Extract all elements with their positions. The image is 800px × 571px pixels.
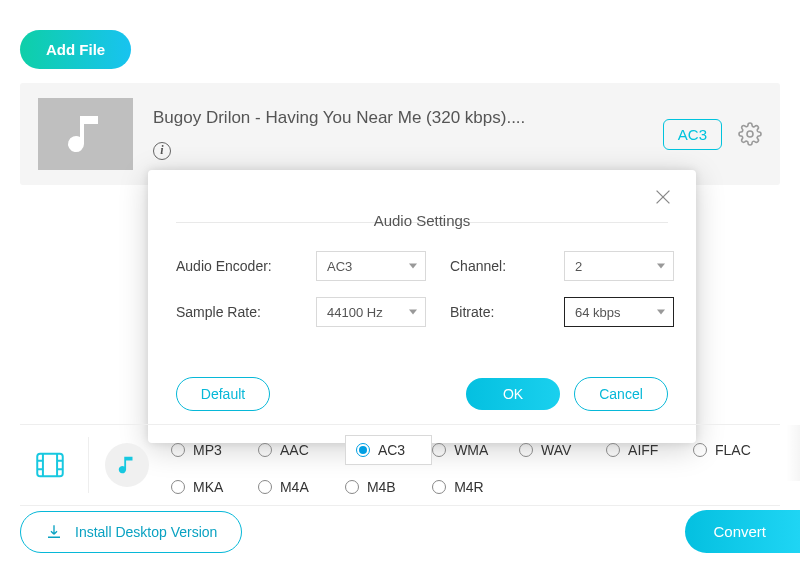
radio-icon bbox=[356, 443, 370, 457]
format-radio-m4r[interactable]: M4R bbox=[432, 479, 519, 495]
radio-icon bbox=[171, 443, 185, 457]
format-radio-aac[interactable]: AAC bbox=[258, 435, 345, 465]
format-label: AIFF bbox=[628, 442, 658, 458]
music-note-icon bbox=[116, 454, 138, 476]
sample-rate-select[interactable]: 44100 Hz bbox=[316, 297, 426, 327]
radio-icon bbox=[432, 443, 446, 457]
svg-rect-1 bbox=[37, 454, 63, 477]
chevron-down-icon bbox=[409, 310, 417, 315]
format-label: WAV bbox=[541, 442, 571, 458]
chevron-down-icon bbox=[409, 264, 417, 269]
format-radio-m4a[interactable]: M4A bbox=[258, 479, 345, 495]
format-radio-m4b[interactable]: M4B bbox=[345, 479, 432, 495]
audio-settings-modal: Audio Settings Audio Encoder: AC3 Channe… bbox=[148, 170, 696, 443]
ok-button[interactable]: OK bbox=[466, 378, 560, 410]
audio-mode-tab[interactable] bbox=[97, 443, 157, 487]
close-icon[interactable] bbox=[652, 186, 674, 212]
format-radio-wma[interactable]: WMA bbox=[432, 435, 519, 465]
install-desktop-button[interactable]: Install Desktop Version bbox=[20, 511, 242, 553]
radio-icon bbox=[606, 443, 620, 457]
add-file-button[interactable]: Add File bbox=[20, 30, 131, 69]
format-label: MP3 bbox=[193, 442, 222, 458]
cancel-button[interactable]: Cancel bbox=[574, 377, 668, 411]
format-label: M4R bbox=[454, 479, 484, 495]
radio-icon bbox=[519, 443, 533, 457]
format-label: WMA bbox=[454, 442, 488, 458]
chevron-down-icon bbox=[657, 264, 665, 269]
format-label: AC3 bbox=[378, 442, 405, 458]
file-thumbnail bbox=[38, 98, 133, 170]
radio-icon bbox=[432, 480, 446, 494]
format-radio-mp3[interactable]: MP3 bbox=[171, 435, 258, 465]
divider bbox=[88, 437, 89, 493]
format-radio-ac3[interactable]: AC3 bbox=[345, 435, 432, 465]
modal-title: Audio Settings bbox=[176, 212, 668, 229]
radio-icon bbox=[171, 480, 185, 494]
format-label: M4B bbox=[367, 479, 396, 495]
format-radio-wav[interactable]: WAV bbox=[519, 435, 606, 465]
format-label: FLAC bbox=[715, 442, 751, 458]
music-note-icon bbox=[62, 110, 110, 158]
download-icon bbox=[45, 523, 63, 541]
channel-select[interactable]: 2 bbox=[564, 251, 674, 281]
chevron-down-icon bbox=[657, 310, 665, 315]
channel-label: Channel: bbox=[450, 258, 540, 274]
convert-button[interactable]: Convert bbox=[685, 510, 800, 553]
file-title: Bugoy Drilon - Having You Near Me (320 k… bbox=[153, 108, 643, 128]
scroll-shadow bbox=[786, 425, 800, 481]
radio-icon bbox=[693, 443, 707, 457]
gear-icon[interactable] bbox=[738, 122, 762, 146]
encoder-label: Audio Encoder: bbox=[176, 258, 292, 274]
format-radio-aiff[interactable]: AIFF bbox=[606, 435, 693, 465]
video-mode-tab[interactable] bbox=[20, 448, 80, 482]
radio-icon bbox=[258, 480, 272, 494]
format-label: MKA bbox=[193, 479, 223, 495]
format-label: AAC bbox=[280, 442, 309, 458]
radio-icon bbox=[345, 480, 359, 494]
info-icon[interactable]: i bbox=[153, 142, 171, 160]
bitrate-label: Bitrate: bbox=[450, 304, 540, 320]
output-formats: MP3AACAC3WMAWAVAIFFFLACMKAM4AM4BM4R bbox=[20, 424, 780, 506]
format-badge[interactable]: AC3 bbox=[663, 119, 722, 150]
format-radio-flac[interactable]: FLAC bbox=[693, 435, 780, 465]
svg-point-0 bbox=[747, 131, 753, 137]
bitrate-select[interactable]: 64 kbps bbox=[564, 297, 674, 327]
format-label: M4A bbox=[280, 479, 309, 495]
encoder-select[interactable]: AC3 bbox=[316, 251, 426, 281]
default-button[interactable]: Default bbox=[176, 377, 270, 411]
sample-rate-label: Sample Rate: bbox=[176, 304, 292, 320]
radio-icon bbox=[258, 443, 272, 457]
film-icon bbox=[33, 448, 67, 482]
format-radio-mka[interactable]: MKA bbox=[171, 479, 258, 495]
